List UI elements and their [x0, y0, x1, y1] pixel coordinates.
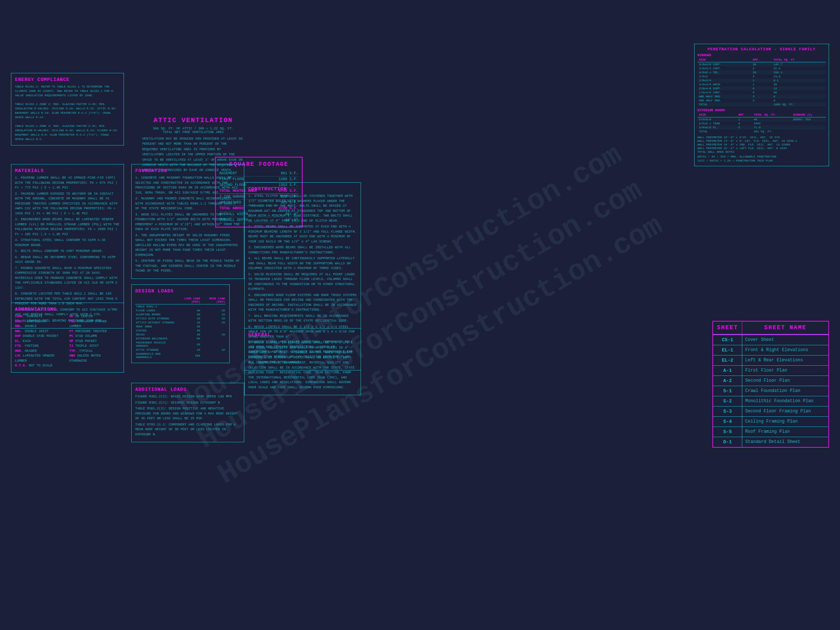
attic-line1: 366 SQ. FT. OF ATTIC / 300 = 1.22 SQ. FT…	[153, 127, 233, 131]
door-row: 3/0x8/0 PL.571.8	[698, 125, 826, 129]
foundation-item: 1. CONCRETE AND MASONRY FOUNDATION WALLS…	[135, 176, 240, 196]
windows-table: SIZEAMT.TOTAL SQ. FT.3/0x4/0 CSMT.10146.…	[698, 57, 826, 106]
loads-row: STAIRS40	[135, 328, 226, 333]
additional-load-item: TABLE R301.2(2): DESIGN POSITIVE AND NEG…	[135, 406, 240, 422]
abbrev-item: CONC. CONCRETE	[15, 314, 66, 319]
abbrev-item: TJ TRIPLE JOIST	[69, 344, 120, 349]
sheet-number: S-5	[713, 427, 742, 437]
abbrev-item: PCL PARALLAM STRAND LUMBER	[69, 319, 120, 329]
construction-item: 6. ENGINEERED WOOD FLOOR SYSTEMS AND ROO…	[248, 293, 357, 313]
foundation-title: FOUNDATION	[135, 168, 240, 174]
abbrev-item: SP STUD POCKET	[69, 339, 120, 344]
sheet-name: Left & Rear Elevations	[742, 355, 828, 365]
penetration-calc-panel: PENETRATION CALCULATION - SINGLE FAMILY …	[694, 44, 829, 166]
additional-loads-panel: ADDITIONAL LOADS FIGURE R301.2(3): BASIC…	[131, 383, 244, 442]
materials-body: 1. FRAMING LUMBER SHALL BE #2 SPRUCE-PIN…	[15, 176, 120, 324]
sheet-row: S-5 Roof Framing Plan	[713, 426, 828, 437]
loads-row: ATTICS WITHOUT STORAGE1010	[135, 321, 226, 324]
final-info: 88753 / 84 / 333 = MAX. ALLOWABLE PENETR…	[698, 155, 826, 162]
sheet-index-table: SHEET SHEET NAME CS-1 Cover Sheet EL-1 F…	[712, 321, 829, 448]
construction-item: 7. WALL BRACING REQUIREMENTS SHALL BE IN…	[248, 314, 357, 324]
sheet-name: Monolithic Foundation Plan	[742, 396, 828, 406]
sheet-rows-container: CS-1 Cover Sheet EL-1 Front & Right Elev…	[713, 335, 828, 447]
door-row: 6/0x6 x TRAN.03493	[698, 122, 826, 125]
abbrev-item: DSP DOUBLE STUD POCKET	[15, 334, 66, 339]
sheet-row: S-2 Monolithic Foundation Plan	[713, 396, 828, 406]
foundation-item: 4. THE UNSUPPORTED HEIGHT OF SOLID MASON…	[135, 233, 240, 258]
foundation-body: 1. CONCRETE AND MASONRY FOUNDATION WALLS…	[135, 176, 240, 274]
material-item: 5. BOLTS SHALL CONFORM TO A307 MINIMUM G…	[15, 249, 120, 254]
perimeter-row: TOTAL WALL AREA 88753	[698, 150, 826, 153]
abbrev-item: UNO UNLESS NOTED OTHERWISE	[69, 354, 120, 363]
window-row: 2/6x3323.8	[698, 74, 826, 78]
door-row: TOTAL301 SQ. FT.	[698, 129, 826, 133]
abbrev-item: LVL LAMINATED VENEER LUMBER	[15, 354, 66, 363]
construction-item: 1. STEEL FLITCH BEAMS SHALL BE FASTENED …	[248, 194, 357, 224]
energy-compliance-title: ENERGY COMPLIANCE	[15, 77, 120, 82]
window-row: 3/0x4/0 CSMT.10146.7	[698, 62, 826, 67]
perimeter-row: WALL PERIMETER 32'-2" x LOFT FLR. CEIL. …	[698, 147, 826, 150]
foundation-item: 2. MASONRY AND POURED CONCRETE WALL REIN…	[135, 196, 240, 212]
general-body: ENGINEER'S SEAL APPLIES TO STRUCTURAL CO…	[248, 340, 357, 390]
attic-ventilation-title: ATTIC VENTILATION	[142, 117, 244, 124]
foundation-item: 3. WOOD SILL PLATES SHALL BE ANCHORED TO…	[135, 213, 240, 232]
abbrev-item: PT PRESSURE TREATED	[69, 329, 120, 334]
col-name-header: SHEET NAME	[742, 322, 828, 335]
construction-item: 2. STEEL BEAMS SHALL BE SUPPORTED AT EAC…	[248, 224, 357, 244]
ext-doors-label: EXTERIOR DOORS	[698, 109, 826, 112]
windows-section-label: WINDOWS	[698, 54, 826, 57]
window-row: TOTAL1086 SQ. FT.	[698, 103, 826, 106]
abbrev-item: TYP. TYPICAL	[69, 349, 120, 354]
abbrev-item: HDR. HEADER	[15, 349, 66, 354]
perimeter-row: WALL PERIMETER 74'-8" x 9' 1ST. FLR. CEI…	[698, 139, 826, 142]
sheet-name: Ceiling Framing Plan	[742, 417, 828, 426]
sheet-name: Crawl Foundation Plan	[742, 386, 828, 396]
loads-row: FLOOR LOADS4010	[135, 308, 226, 313]
material-item: 7. POURED CONCRETE SHALL HAVE A MINIMUM …	[15, 266, 120, 291]
loads-row: ATTICS WITH STORAGE2010	[135, 316, 226, 321]
construction-item: 4. ALL BEAMS SHALL BE CONTINUOUSLY SUPPO…	[248, 256, 357, 271]
window-row: 4/0x6 x TRL.28339.1	[698, 70, 826, 74]
abbrev-item: OC ON CENTER	[69, 314, 120, 319]
abbreviations-panel: ABBREVIATIONS CONC. CONCRETECONT. CONTIN…	[11, 303, 124, 373]
sheet-row: EL-2 Left & Rear Elevations	[713, 355, 828, 365]
perimeter-info: WALL PERIMETER 32'-6" x 8'HT. CEIL. HGT.…	[698, 136, 826, 153]
abbreviations-title: ABBREVIATIONS	[15, 306, 120, 312]
ext-doors-table: SIZEAMT.TOTAL SQ. FT.WINDOWS (%)6/0x8/01…	[698, 112, 826, 133]
sheet-name: Standard Detail Sheet	[742, 437, 828, 447]
sheet-row: D-1 Standard Detail Sheet	[713, 437, 828, 447]
abbrev-item: EL. EACH	[15, 339, 66, 344]
abbrev-item: DBL. DOUBLE JOIST	[15, 329, 66, 334]
sheet-row: A-1 First Floor Plan	[713, 365, 828, 376]
foundation-panel: FOUNDATION 1. CONCRETE AND MASONRY FOUND…	[131, 164, 244, 279]
sheet-number: A-2	[713, 376, 742, 386]
material-item: 2. FRAMING LUMBER EXPOSED TO WEATHER OR …	[15, 192, 120, 216]
sheet-number: S-3	[713, 406, 742, 416]
energy-compliance-body: TABLE N1101.1: REFER TO TABLE N1101.1 TO…	[15, 85, 120, 142]
loads-row: SLEEPING ROOMS3010	[135, 313, 226, 316]
attic-line2: TOTAL NET FREE VENTILATING AREA	[163, 131, 224, 134]
window-row: 3/0x3/4 CSMT.222.8	[698, 66, 826, 70]
general-panel: GENERAL ENGINEER'S SEAL APPLIES TO STRUC…	[244, 328, 361, 395]
general-item: ALL CONSTRUCTION, WORKMANSHIP, MATERIAL …	[248, 361, 357, 390]
design-loads-table: LIVE LOAD (PSF)DEAD LOAD (PSF)TABLE R301…	[135, 296, 226, 359]
sheet-number: S-4	[713, 417, 742, 426]
additional-load-item: TABLE R703.11.1: COMPONENT AND CLADDING …	[135, 423, 240, 437]
sheet-row: S-1 Crawl Foundation Plan	[713, 386, 828, 396]
sheet-row: S-3 Second Floor Framing Plan	[713, 406, 828, 416]
sheet-name: Second Floor Plan	[742, 376, 828, 386]
additional-load-item: FIGURE R301.2(2): SEISMIC DESIGN CATEGOR…	[135, 401, 240, 406]
material-item: 1. FRAMING LUMBER SHALL BE #2 SPRUCE-PIN…	[15, 176, 120, 191]
abbrev-item: N.T.S. NOT TO SCALE	[15, 363, 66, 369]
design-loads-title: DESIGN LOADS	[135, 288, 226, 294]
general-title: GENERAL	[248, 332, 357, 338]
abbreviations-body: CONC. CONCRETECONT. CONTINUOUSDBL. DOUBL…	[15, 314, 120, 369]
sheet-name: First Floor Plan	[742, 366, 828, 376]
window-row: 4/0x4/0 ARCH.130	[698, 82, 826, 87]
design-loads-panel: DESIGN LOADS LIVE LOAD (PSF)DEAD LOAD (P…	[131, 284, 230, 363]
additional-loads-title: ADDITIONAL LOADS	[135, 387, 240, 392]
sheet-name: Roof Framing Plan	[742, 427, 828, 437]
pen-final-row: 88753 / 84 / 333 = MAX. ALLOWABLE PENETR…	[698, 155, 826, 158]
general-item: ENGINEER'S SEAL APPLIES TO STRUCTURAL CO…	[248, 340, 357, 360]
abbrev-item: FTG. FOOTING	[15, 344, 66, 349]
